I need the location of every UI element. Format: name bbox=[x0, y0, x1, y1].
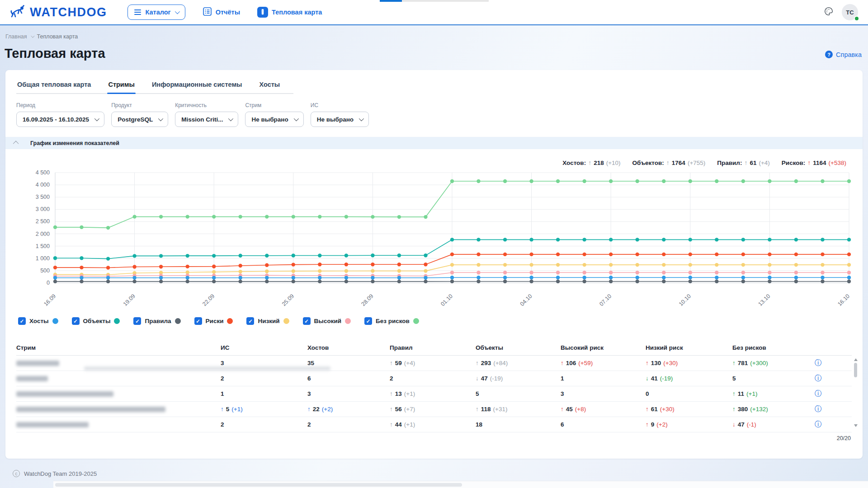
copyright-icon: c bbox=[13, 470, 20, 477]
cell-Объекты: 18 bbox=[476, 421, 561, 428]
info-icon[interactable]: ⓘ bbox=[815, 404, 822, 414]
metric-value: 106 bbox=[566, 360, 576, 366]
info-icon[interactable]: ⓘ bbox=[815, 389, 822, 399]
collapse-chevron-icon[interactable] bbox=[13, 141, 19, 147]
checkbox-checked-icon[interactable]: ✓ bbox=[18, 317, 26, 325]
info-icon[interactable]: ⓘ bbox=[815, 374, 822, 383]
info-icon[interactable]: ⓘ bbox=[815, 420, 822, 429]
stream-name-cell[interactable] bbox=[16, 376, 221, 381]
svg-text:10.10: 10.10 bbox=[678, 293, 692, 307]
cell-Правил: ↑13(+1) bbox=[390, 390, 476, 397]
avatar-initials: TC bbox=[846, 9, 854, 16]
legend-item-4[interactable]: ✓Риски bbox=[194, 317, 233, 325]
cell-Хостов[interactable]: 35 bbox=[307, 360, 390, 366]
filter-select[interactable]: Не выбрано bbox=[311, 112, 369, 127]
column-header-8: Без рисков bbox=[732, 340, 815, 355]
table-row: 13↑13(+1)530↑11(+1)ⓘ bbox=[16, 386, 852, 402]
chevron-down-icon bbox=[175, 9, 179, 14]
cell-Хостов[interactable]: ↑22(+2) bbox=[307, 406, 390, 413]
cell-Низкий риск: 0 bbox=[646, 390, 732, 397]
checkbox-checked-icon[interactable]: ✓ bbox=[194, 317, 202, 325]
nav-item-heatmap[interactable]: Тепловая карта bbox=[257, 7, 322, 18]
chart-section-header: График изменения показателей bbox=[5, 137, 863, 149]
filter-selected-value: PostgreSQL bbox=[118, 116, 153, 123]
cell-ИС[interactable]: 2 bbox=[221, 375, 307, 382]
metric-delta: (+30) bbox=[663, 360, 678, 366]
metric-delta: (+8) bbox=[575, 406, 586, 413]
cell-Хостов[interactable]: 2 bbox=[307, 421, 390, 428]
filter-select[interactable]: Mission Criti... bbox=[175, 112, 238, 127]
scrollbar-thumb[interactable] bbox=[854, 363, 857, 377]
legend-item-1[interactable]: ✓Хосты bbox=[18, 317, 58, 325]
legend-item-7[interactable]: ✓Без рисков bbox=[364, 317, 419, 325]
column-header-1: Стрим bbox=[16, 340, 221, 355]
filter-select[interactable]: PostgreSQL bbox=[111, 112, 168, 127]
filter-selected-value: 16.09.2025 - 16.10.2025 bbox=[23, 116, 89, 123]
tab-3[interactable]: Информационные системы bbox=[151, 77, 243, 93]
stat-label: Хостов: bbox=[562, 160, 586, 166]
cell-ИС[interactable]: 3 bbox=[221, 360, 307, 366]
legend-item-3[interactable]: ✓Правила bbox=[133, 317, 180, 325]
metric-delta: (+1) bbox=[231, 406, 242, 413]
trend-up-icon: ↑ bbox=[744, 159, 747, 166]
user-avatar[interactable]: TC bbox=[842, 4, 858, 20]
cell-ИС[interactable]: ↑5(+1) bbox=[221, 406, 307, 413]
cell-Правил: 2 bbox=[390, 375, 476, 382]
filter-select[interactable]: Не выбрано bbox=[245, 112, 303, 127]
trend-up-icon: ↑ bbox=[307, 406, 311, 413]
theme-palette-icon[interactable] bbox=[824, 6, 834, 18]
checkbox-checked-icon[interactable]: ✓ bbox=[246, 317, 254, 325]
tab-1[interactable]: Общая тепловая карта bbox=[16, 77, 92, 93]
watchdog-logo[interactable]: WATCHDOG bbox=[10, 5, 107, 19]
table-vertical-scrollbar[interactable] bbox=[853, 358, 858, 426]
stream-name-cell[interactable] bbox=[16, 361, 221, 366]
checkbox-checked-icon[interactable]: ✓ bbox=[364, 317, 372, 325]
cell-ИС[interactable]: 2 bbox=[221, 421, 307, 428]
svg-text:4 000: 4 000 bbox=[36, 182, 50, 188]
info-icon[interactable]: ⓘ bbox=[815, 358, 822, 368]
scroll-down-arrow-icon[interactable] bbox=[854, 424, 858, 427]
cell-Объекты: 5 bbox=[476, 390, 561, 397]
column-header-3: Хостов bbox=[307, 340, 390, 355]
filter-label: Продукт bbox=[111, 102, 168, 108]
horizontal-scrollbar-thumb[interactable] bbox=[55, 483, 462, 487]
metric-delta: (-1) bbox=[747, 421, 756, 428]
cell-Хостов[interactable]: 6 bbox=[307, 375, 390, 382]
page-title: Тепловая карта bbox=[5, 46, 105, 61]
filter-label: Период bbox=[16, 102, 104, 108]
scroll-up-arrow-icon[interactable] bbox=[854, 358, 858, 361]
cell-Высокий риск: ↑45(+8) bbox=[561, 406, 646, 413]
legend-color-dot bbox=[413, 318, 419, 324]
metric-delta: (+2) bbox=[322, 406, 333, 413]
tab-bar: Общая тепловая картаСтримыИнформационные… bbox=[16, 77, 293, 94]
catalog-button[interactable]: Каталог bbox=[127, 5, 185, 20]
metric-value: 44 bbox=[395, 421, 402, 428]
nav-item-reports[interactable]: Отчёты bbox=[203, 7, 240, 18]
checkbox-checked-icon[interactable]: ✓ bbox=[303, 317, 311, 325]
stream-name-cell[interactable] bbox=[16, 407, 221, 412]
metric-delta: (+7) bbox=[404, 406, 415, 413]
metric-delta: (+2) bbox=[656, 421, 667, 428]
legend-item-6[interactable]: ✓Высокий bbox=[303, 317, 351, 325]
stream-name-cell[interactable] bbox=[16, 422, 221, 427]
cell-Правил: ↑59(+4) bbox=[390, 360, 476, 366]
svg-text:01.10: 01.10 bbox=[439, 293, 454, 307]
svg-text:28.09: 28.09 bbox=[360, 293, 375, 307]
legend-item-2[interactable]: ✓Объекты bbox=[72, 317, 120, 325]
checkbox-checked-icon[interactable]: ✓ bbox=[133, 317, 141, 325]
metric-delta: (+4) bbox=[404, 360, 415, 366]
metric-value: 2 bbox=[307, 421, 311, 428]
cell-Хостов[interactable]: 3 bbox=[307, 390, 390, 397]
cell-ИС[interactable]: 1 bbox=[221, 390, 307, 397]
horizontal-scrollbar[interactable] bbox=[53, 481, 868, 488]
checkbox-checked-icon[interactable]: ✓ bbox=[72, 317, 80, 325]
tab-2[interactable]: Стримы bbox=[107, 77, 135, 93]
help-link[interactable]: ? Справка bbox=[825, 51, 862, 58]
stream-name-cell[interactable] bbox=[16, 391, 221, 397]
stat-delta: (+4) bbox=[759, 160, 769, 166]
filter-select[interactable]: 16.09.2025 - 16.10.2025 bbox=[16, 112, 104, 127]
legend-item-5[interactable]: ✓Низкий bbox=[246, 317, 289, 325]
cell-Низкий риск: ↑61(+30) bbox=[646, 406, 732, 413]
tab-4[interactable]: Хосты bbox=[259, 77, 281, 93]
breadcrumb-home[interactable]: Главная bbox=[5, 33, 27, 40]
